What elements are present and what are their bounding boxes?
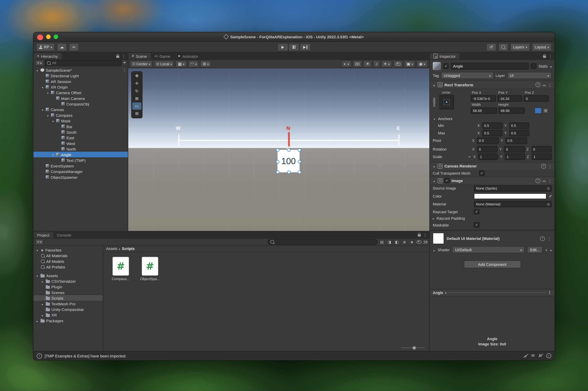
minimize-button[interactable] (46, 34, 51, 39)
lock-icon[interactable] (116, 55, 119, 58)
pivot-y-field[interactable]: 0.5 (506, 137, 527, 144)
hierarchy-item-directional-light[interactable]: Directional Light (33, 73, 128, 78)
tab-inspector[interactable]: Inspector (430, 53, 459, 59)
search-by-type-icon[interactable]: ◨ (387, 240, 392, 244)
asset-grid[interactable]: Compass... ObjectSpa... (103, 252, 429, 351)
rotate-tool-button[interactable]: ↻ (132, 88, 141, 95)
component-foldout-icon[interactable] (432, 177, 436, 184)
kebab-menu-icon[interactable] (547, 291, 552, 295)
preview-header-label[interactable]: Angle (433, 291, 443, 295)
status-ok-icon[interactable] (546, 353, 551, 358)
tab-hierarchy[interactable]: ≡ Hierarchy (33, 53, 62, 59)
rotation-z-field[interactable]: 0 (531, 146, 552, 152)
eyedropper-icon[interactable]: ✎ (548, 195, 552, 198)
lighting-toggle[interactable]: ☀ (364, 60, 372, 67)
favorites-root[interactable]: Favorites (33, 247, 103, 253)
anchor-min-y-field[interactable]: 0.5 (509, 122, 529, 129)
window-titlebar[interactable]: SampleScene - ForQiitaARExplanation - iO… (33, 32, 555, 42)
project-search-input[interactable] (268, 239, 377, 245)
gizmos-dropdown[interactable]: ◉ (417, 60, 428, 67)
hierarchy-item-angle[interactable]: Angle (33, 152, 128, 157)
favorite-all-materials[interactable]: All Materials (33, 253, 103, 258)
move-tool-button[interactable]: ✛ (132, 80, 141, 87)
anchors-foldout-icon[interactable] (433, 116, 436, 121)
create-asset-button[interactable]: + (35, 239, 44, 245)
expander-icon[interactable] (36, 248, 39, 252)
tab-project[interactable]: Project (33, 232, 53, 238)
name-field[interactable]: Angle (451, 63, 529, 70)
status-bar[interactable]: ! [TMP Examples & Extras] have been impo… (33, 351, 555, 360)
expander-icon[interactable] (41, 301, 44, 306)
hierarchy-item-samplescene[interactable]: SampleScene* (33, 67, 128, 73)
hierarchy-item-west[interactable]: West (33, 140, 128, 146)
raw-edit-mode-button[interactable]: R (543, 108, 549, 113)
tag-dropdown[interactable]: Untagged (441, 72, 493, 79)
expander-icon[interactable] (36, 273, 39, 278)
account-dropdown[interactable]: RP (36, 43, 55, 51)
preview-drag-handle[interactable] (448, 293, 546, 293)
view-tool-button[interactable]: ✥ (132, 72, 141, 80)
tab-scene[interactable]: # Scene (128, 53, 151, 59)
folder-textmesh-pro[interactable]: TextMesh Pro (33, 301, 103, 306)
scene-viewport[interactable]: ✥ ✛ ↻ ⊠ ▭ ⊞ W N (128, 68, 429, 231)
component-foldout-icon[interactable] (432, 163, 436, 169)
presets-icon[interactable] (542, 177, 546, 184)
selection-handle[interactable] (276, 160, 279, 163)
scale-x-field[interactable]: 1 (478, 153, 498, 160)
kebab-menu-icon[interactable] (122, 53, 126, 59)
kebab-menu-icon[interactable] (423, 231, 427, 238)
layers-dropdown[interactable]: Layers (510, 43, 530, 51)
create-object-button[interactable]: + (35, 60, 44, 66)
selection-handle[interactable] (298, 148, 301, 152)
hierarchy-search-input[interactable]: All (45, 60, 122, 66)
cull-transparent-mesh-checkbox[interactable] (479, 170, 485, 176)
maskable-checkbox[interactable] (474, 222, 479, 227)
camera-settings-dropdown[interactable]: ▣ (404, 60, 415, 67)
anchor-max-y-field[interactable]: 0.5 (509, 130, 529, 136)
mail-icon[interactable]: ✉ (531, 353, 535, 358)
anchor-max-x-field[interactable]: 0.5 (482, 130, 503, 136)
grid-visibility-dropdown[interactable]: ▦ (176, 60, 187, 67)
help-icon[interactable]: ? (535, 82, 540, 87)
tab-console[interactable]: Console (53, 232, 75, 238)
help-icon[interactable]: ? (540, 236, 545, 241)
tab-game[interactable]: ▭ Game (151, 53, 174, 59)
tool-handle-rotation-dropdown[interactable]: ◎ Local (154, 60, 174, 67)
favorite-all-models[interactable]: All Models (33, 258, 103, 264)
object-picker-icon[interactable]: ⊙ (547, 187, 550, 190)
hierarchy-item-south[interactable]: South (33, 129, 128, 135)
hierarchy-item-compassmanager[interactable]: CompassManager (33, 169, 128, 174)
static-checkbox[interactable] (531, 64, 536, 69)
undo-history-button[interactable]: ↺ (486, 43, 496, 51)
expander-icon[interactable] (41, 107, 44, 112)
pos-y-field[interactable]: -34.34 (497, 96, 522, 102)
search-button[interactable] (498, 43, 508, 51)
hierarchy-item-text-tmp[interactable]: Text (TMP) (33, 157, 128, 163)
pos-x-field[interactable]: -9.5367e-0 (471, 96, 496, 102)
transform-tool-button[interactable]: ⊞ (132, 110, 141, 117)
raycast-target-checkbox[interactable] (474, 209, 479, 214)
source-image-field[interactable]: None (Sprite)⊙ (474, 185, 551, 192)
selection-handle[interactable] (276, 148, 279, 152)
close-button[interactable] (37, 34, 43, 40)
tab-animator[interactable]: ➤ Animator (174, 53, 202, 59)
draw-mode-dropdown[interactable]: ◐ (342, 60, 351, 67)
tool-handle-pivot-dropdown[interactable]: ⊡ Center (130, 60, 152, 67)
width-field[interactable]: 68.68 (471, 107, 497, 114)
hierarchy-item-ar-session[interactable]: AR Session (33, 79, 128, 84)
2d-toggle[interactable]: 2D (353, 60, 362, 67)
pause-button[interactable] (289, 43, 300, 51)
folder-scenes[interactable]: Scenes (33, 290, 103, 295)
layout-dropdown[interactable]: Layout (532, 43, 552, 51)
kebab-menu-icon[interactable] (547, 235, 552, 242)
kebab-menu-icon[interactable] (122, 68, 127, 72)
folder-scripts[interactable]: Scripts (33, 295, 103, 301)
thumbnail-zoom-knob[interactable] (413, 346, 416, 350)
kebab-menu-icon[interactable] (548, 53, 552, 59)
rotation-y-field[interactable]: 0 (504, 146, 524, 152)
step-button[interactable] (300, 43, 311, 51)
active-checkbox[interactable] (443, 64, 448, 69)
height-field[interactable]: 68.68 (499, 107, 525, 114)
hierarchy-item-xr-origin[interactable]: XR Origin (33, 84, 128, 90)
version-control-button[interactable]: ∞ (69, 43, 79, 51)
